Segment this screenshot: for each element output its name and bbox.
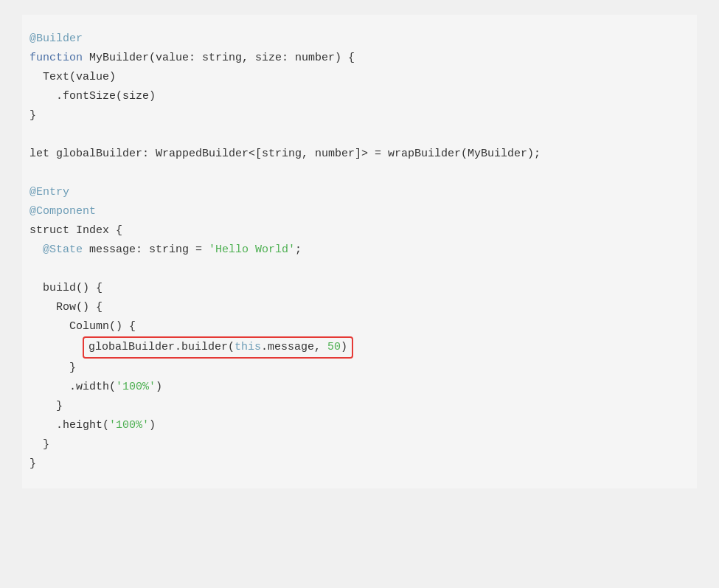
code-line-10: @Component (29, 202, 690, 221)
code-line-18: } (29, 359, 690, 378)
token-number: 50 (327, 341, 341, 353)
code-line-23: } (29, 454, 690, 474)
token-plain: } (29, 436, 49, 454)
code-line-14: build() { (29, 279, 690, 298)
token-decorator: @Entry (29, 184, 69, 201)
token-decorator: @Builder (29, 30, 83, 48)
token-plain: build() { (29, 280, 103, 297)
token-this: this (235, 341, 261, 353)
token-plain: ) (341, 341, 347, 353)
token-plain: } (29, 359, 76, 377)
token-plain: MyBuilder(value: string, size: number) { (83, 49, 355, 67)
code-line-16: Column() { (29, 317, 690, 336)
code-line-5: } (29, 106, 690, 125)
token-plain: ) (149, 417, 156, 435)
token-plain: .fontSize(size) (29, 88, 156, 106)
token-string: 'Hello World' (209, 241, 295, 259)
code-line-7: let globalBuilder: WrappedBuilder<[strin… (29, 145, 690, 164)
token-plain: } (29, 107, 36, 125)
code-line-22: } (29, 435, 690, 454)
token-indent (29, 241, 43, 259)
code-line-4: .fontSize(size) (29, 87, 690, 106)
token-string: '100%' (109, 417, 149, 435)
token-plain: .width( (29, 378, 116, 396)
code-line-13 (29, 260, 690, 279)
code-editor: @Builder function MyBuilder(value: strin… (22, 15, 697, 488)
highlighted-expression: globalBuilder.builder(this.message, 50) (83, 336, 353, 359)
code-line-2: function MyBuilder(value: string, size: … (29, 49, 690, 68)
token-plain: struct Index { (29, 222, 122, 240)
token-plain: let globalBuilder: WrappedBuilder<[strin… (29, 145, 541, 163)
code-line-1: @Builder (29, 30, 690, 49)
code-line-9: @Entry (29, 183, 690, 202)
token-decorator: @State (43, 241, 83, 259)
token-keyword: function (29, 49, 83, 67)
token-plain: Column() { (29, 318, 136, 336)
code-line-20: } (29, 397, 690, 416)
token-plain: .height( (29, 417, 109, 435)
token-plain: } (29, 455, 36, 473)
code-line-3: Text(value) (29, 68, 690, 87)
code-line-19: .width('100%') (29, 378, 690, 397)
code-line-17: globalBuilder.builder(this.message, 50) (29, 336, 690, 359)
token-plain: globalBuilder.builder( (88, 341, 235, 353)
code-line-6 (29, 125, 690, 145)
token-plain: Row() { (29, 299, 103, 317)
code-line-21: .height('100%') (29, 416, 690, 435)
token-plain: .message, (261, 341, 327, 353)
token-plain: Text(value) (29, 69, 116, 86)
token-string: '100%' (116, 378, 156, 396)
token-indent (29, 339, 83, 356)
token-plain: } (29, 398, 63, 415)
token-plain: message: string = (83, 241, 209, 259)
code-line-12: @State message: string = 'Hello World'; (29, 241, 690, 260)
code-line-11: struct Index { (29, 221, 690, 241)
token-plain: ; (295, 241, 302, 259)
code-line-8 (29, 164, 690, 183)
code-line-15: Row() { (29, 298, 690, 317)
token-decorator: @Component (29, 203, 96, 221)
token-plain: ) (156, 378, 162, 396)
